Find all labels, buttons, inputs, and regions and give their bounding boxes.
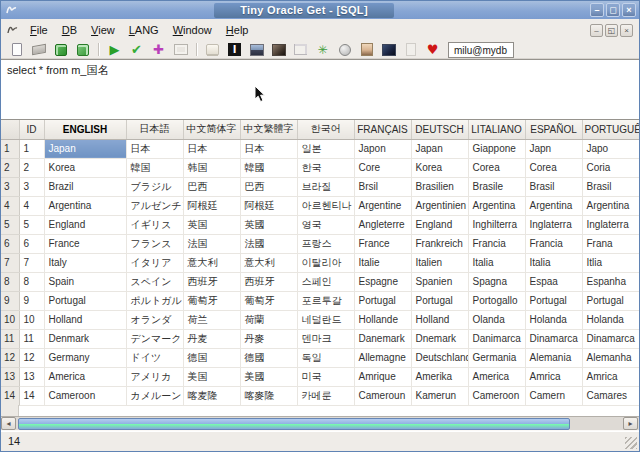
grid-cell[interactable]: Portugal [582,291,639,310]
grid-cell[interactable]: Spanien [411,272,468,291]
grid-cell[interactable]: France [44,234,126,253]
grid-cell[interactable]: アメリカ [126,367,183,386]
horizontal-scrollbar[interactable]: ◂ ▸ [1,416,639,430]
column-header-FRANÇAIS[interactable]: FRANÇAIS [354,120,411,139]
grid-cell[interactable]: Korea [44,158,126,177]
row-number[interactable]: 7 [1,253,19,272]
grid-cell[interactable]: Japon [354,139,411,158]
grid-cell[interactable]: Espanha [582,272,639,291]
grid-cell[interactable]: 카메룬 [297,386,354,405]
grid-cell[interactable]: Portogallo [468,291,525,310]
grid-cell[interactable]: 9 [19,291,44,310]
grid-cell[interactable]: Holland [411,310,468,329]
menu-view[interactable]: View [84,22,122,38]
grid-cell[interactable]: イギリス [126,215,183,234]
grid-cell[interactable]: Argentine [354,196,411,215]
menu-help[interactable]: Help [219,22,256,38]
grid-cell[interactable]: England [411,215,468,234]
grid-cell[interactable]: Holland [44,310,126,329]
grid-cell[interactable]: 丹麦 [183,329,240,348]
row-number[interactable]: 14 [1,386,19,405]
grid-cell[interactable]: 덴마크 [297,329,354,348]
column-header-ID[interactable]: ID [19,120,44,139]
grid-cell[interactable]: Camern [525,386,582,405]
grid-cell[interactable]: 韓国 [126,158,183,177]
grid-cell[interactable]: 14 [19,386,44,405]
grid-cell[interactable]: Japn [525,139,582,158]
grid-cell[interactable]: デンマーク [126,329,183,348]
scrollbar-thumb[interactable] [18,418,570,430]
sql-query-text[interactable]: select * from m_国名 [7,63,633,78]
grid-cell[interactable]: 韩国 [183,158,240,177]
grid-cell[interactable]: Amrica [525,367,582,386]
row-number[interactable]: 2 [1,158,19,177]
grid-cell[interactable]: 13 [19,367,44,386]
grid-cell[interactable]: Alemania [525,348,582,367]
grid-cell[interactable]: フランス [126,234,183,253]
grid-cell[interactable]: 阿根廷 [183,196,240,215]
grid-cell[interactable]: 5 [19,215,44,234]
row-number[interactable]: 8 [1,272,19,291]
mdi-restore-icon[interactable]: ◱ [605,24,618,37]
grid-cell[interactable]: 브라질 [297,177,354,196]
grid-cell[interactable]: Hollande [354,310,411,329]
grid-cell[interactable]: 日本 [126,139,183,158]
grid-cell[interactable]: Argentinien [411,196,468,215]
night-photo-icon[interactable] [379,41,398,58]
grid-cell[interactable]: Korea [411,158,468,177]
connection-combo[interactable]: milu@mydb [448,42,514,58]
grid-cell[interactable]: 6 [19,234,44,253]
save-as-icon[interactable] [73,41,92,58]
grid-cell[interactable]: Alemanha [582,348,639,367]
grid-cell[interactable]: Camares [582,386,639,405]
grid-cell[interactable]: Angleterre [354,215,411,234]
grid-cell[interactable]: Argentina [44,196,126,215]
grid-cell[interactable]: 巴西 [183,177,240,196]
grid-cell[interactable]: 荷兰 [183,310,240,329]
grid-cell[interactable]: 巴西 [240,177,297,196]
grid-cell[interactable]: Core [354,158,411,177]
row-number[interactable]: 5 [1,215,19,234]
grid-cell[interactable]: Italy [44,253,126,272]
grid-cell[interactable]: Holanda [582,310,639,329]
grid-cell[interactable]: Germany [44,348,126,367]
grid-cell[interactable]: 葡萄牙 [240,291,297,310]
grid-cell[interactable]: Argentina [525,196,582,215]
grid-cell[interactable]: Germania [468,348,525,367]
grid-cell[interactable]: Frankreich [411,234,468,253]
grid-cell[interactable]: Olanda [468,310,525,329]
row-number[interactable]: 10 [1,310,19,329]
menu-lang[interactable]: LANG [122,22,166,38]
grid-cell[interactable]: Amrique [354,367,411,386]
blank-page-icon[interactable] [401,41,420,58]
grid-cell[interactable]: 美国 [183,367,240,386]
save-icon[interactable] [51,41,70,58]
grid-cell[interactable]: 喀麥隆 [240,386,297,405]
grid-cell[interactable]: 네덜란드 [297,310,354,329]
maximize-icon[interactable]: ◻ [606,3,620,17]
grid-cell[interactable]: アルゼンチン [126,196,183,215]
grid-cell[interactable]: Inghilterra [468,215,525,234]
chart-icon[interactable] [291,41,310,58]
grid-cell[interactable]: 프랑스 [297,234,354,253]
grid-cell[interactable]: Italien [411,253,468,272]
photo-landscape-icon[interactable] [247,41,266,58]
column-header-日本語[interactable]: 日本語 [126,120,183,139]
grid-cell[interactable]: Amrica [582,367,639,386]
column-header-中文简体字[interactable]: 中文简体字 [183,120,240,139]
row-number[interactable]: 4 [1,196,19,215]
grid-cell[interactable]: 11 [19,329,44,348]
grid-cell[interactable]: Spagna [468,272,525,291]
grid-cell[interactable]: 한국 [297,158,354,177]
grid-cell[interactable]: 法国 [183,234,240,253]
grid-cell[interactable]: 미국 [297,367,354,386]
grid-cell[interactable]: 西班牙 [183,272,240,291]
grid-cell[interactable]: Cameroon [468,386,525,405]
column-header-PORTUGUÊS[interactable]: PORTUGUÊS [582,120,639,139]
grid-cell[interactable]: Holanda [525,310,582,329]
grid-cell[interactable]: カメルーン [126,386,183,405]
grid-cell[interactable]: Cameroun [354,386,411,405]
portrait-icon[interactable] [357,41,376,58]
menu-file[interactable]: File [23,22,55,38]
grid-cell[interactable]: 日本 [183,139,240,158]
